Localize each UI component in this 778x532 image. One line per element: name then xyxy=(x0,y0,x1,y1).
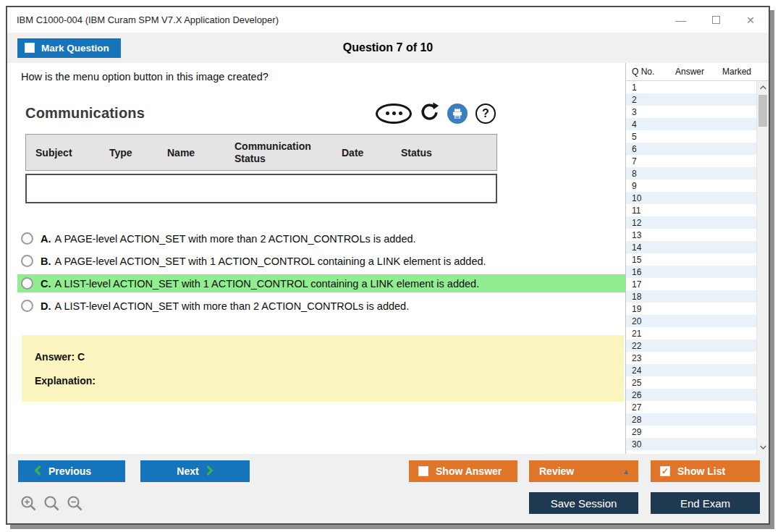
question-list-row[interactable]: 18 xyxy=(626,290,756,303)
option-d-text: A LIST-level ACTION_SET with more than 2… xyxy=(55,300,410,312)
scrollbar-thumb[interactable] xyxy=(758,95,767,127)
window-controls: — × xyxy=(673,12,769,28)
save-session-button[interactable]: Save Session xyxy=(529,492,638,514)
question-row-qno: 4 xyxy=(626,119,664,130)
question-list-row[interactable]: 15 xyxy=(626,253,756,266)
question-list-row[interactable]: 13 xyxy=(626,229,756,241)
question-list-row[interactable]: 3 xyxy=(626,106,756,118)
review-label: Review xyxy=(539,465,574,477)
option-a-radio[interactable] xyxy=(21,232,33,245)
question-row-qno: 7 xyxy=(626,156,664,166)
question-row-qno: 19 xyxy=(626,304,664,314)
question-list-row[interactable]: 26 xyxy=(626,389,756,401)
question-list-row[interactable]: 17 xyxy=(626,278,756,290)
question-row-qno: 22 xyxy=(626,341,664,351)
question-list-row[interactable]: 20 xyxy=(626,315,756,327)
show-answer-checkbox[interactable] xyxy=(418,466,428,476)
show-answer-label: Show Answer xyxy=(436,465,502,477)
option-d-radio[interactable] xyxy=(21,300,33,312)
question-list-row[interactable]: 1 xyxy=(626,81,756,93)
chevron-right-icon xyxy=(206,465,213,478)
question-header-band: Mark Question Question 7 of 10 xyxy=(7,33,769,63)
option-c-text: A LIST-level ACTION_SET with 1 ACTION_CO… xyxy=(55,278,480,290)
question-row-qno: 2 xyxy=(626,95,664,105)
mark-question-label: Mark Question xyxy=(41,43,109,54)
column-marked: Marked xyxy=(716,67,769,77)
option-b-radio[interactable] xyxy=(21,255,33,267)
minimize-icon[interactable]: — xyxy=(673,12,689,28)
explanation-line: Explanation: xyxy=(35,375,624,387)
mark-question-button[interactable]: Mark Question xyxy=(17,38,121,58)
question-list-row[interactable]: 5 xyxy=(626,130,756,143)
question-list-row[interactable]: 4 xyxy=(626,118,756,130)
question-list-row[interactable]: 6 xyxy=(626,143,756,155)
titlebar: IBM C1000-004 (IBM Curam SPM V7.X Applic… xyxy=(7,7,769,33)
question-list-row[interactable]: 27 xyxy=(626,401,756,413)
question-list-row[interactable]: 14 xyxy=(626,241,756,253)
exhibit-column-status: Status xyxy=(392,147,496,159)
question-row-qno: 11 xyxy=(626,206,664,216)
previous-button[interactable]: Previous xyxy=(18,460,125,482)
scroll-down-icon[interactable] xyxy=(757,442,769,453)
question-list-row[interactable]: 8 xyxy=(626,167,756,180)
question-row-qno: 28 xyxy=(626,415,664,425)
show-list-label: Show List xyxy=(677,465,725,477)
question-list-row[interactable]: 29 xyxy=(626,426,756,438)
close-icon[interactable]: × xyxy=(743,12,758,28)
option-d[interactable]: D. A LIST-level ACTION_SET with more tha… xyxy=(17,297,625,315)
scroll-up-icon[interactable] xyxy=(757,82,769,93)
question-list-panel: Q No. Answer Marked 12345678910111213141… xyxy=(625,63,769,454)
question-list-row[interactable]: 12 xyxy=(626,216,756,229)
question-list-row[interactable]: 16 xyxy=(626,266,756,278)
question-list-row[interactable]: 7 xyxy=(626,155,756,167)
question-list-row[interactable]: 21 xyxy=(626,327,756,339)
question-list-row[interactable]: 19 xyxy=(626,303,756,315)
question-list-row[interactable]: 22 xyxy=(626,339,756,352)
end-exam-button[interactable]: End Exam xyxy=(651,492,760,514)
scrollbar[interactable] xyxy=(756,81,769,454)
show-answer-button[interactable]: Show Answer xyxy=(409,460,517,482)
zoom-in-icon[interactable] xyxy=(20,495,37,512)
app-window: IBM C1000-004 (IBM Curam SPM V7.X Applic… xyxy=(6,6,770,525)
answer-line: Answer: C xyxy=(35,351,624,363)
maximize-icon[interactable] xyxy=(708,12,724,28)
zoom-out-icon[interactable] xyxy=(67,495,83,512)
next-button[interactable]: Next xyxy=(140,460,250,482)
option-a[interactable]: A. A PAGE-level ACTION_SET with more tha… xyxy=(17,229,625,248)
option-c[interactable]: C. A LIST-level ACTION_SET with 1 ACTION… xyxy=(17,274,625,292)
zoom-icon[interactable] xyxy=(43,495,60,512)
exhibit-column-subject: Subject xyxy=(26,147,100,159)
question-list-row[interactable]: 23 xyxy=(626,352,756,364)
option-c-radio[interactable] xyxy=(21,277,33,290)
question-list-row[interactable]: 30 xyxy=(626,438,756,450)
exhibit-table-header: Subject Type Name Communication Status D… xyxy=(25,134,497,171)
question-list-row[interactable]: 24 xyxy=(626,364,756,376)
footer-toolbar: Previous Next Show Answer Review ▲ Show … xyxy=(7,454,769,523)
previous-label: Previous xyxy=(48,465,91,477)
review-button[interactable]: Review ▲ xyxy=(529,460,638,482)
options-list: A. A PAGE-level ACTION_SET with more tha… xyxy=(17,229,625,315)
question-list-row[interactable]: 28 xyxy=(626,413,756,426)
question-list-row[interactable]: 9 xyxy=(626,180,756,192)
question-list-row[interactable]: 25 xyxy=(626,376,756,389)
option-b[interactable]: B. A PAGE-level ACTION_SET with 1 ACTION… xyxy=(17,252,625,270)
option-a-text: A PAGE-level ACTION_SET with more than 2… xyxy=(55,233,416,245)
question-row-qno: 27 xyxy=(626,402,664,413)
question-list-header: Q No. Answer Marked xyxy=(626,63,769,81)
question-list-row[interactable]: 10 xyxy=(626,192,756,204)
question-row-qno: 13 xyxy=(626,230,664,240)
option-b-text: A PAGE-level ACTION_SET with 1 ACTION_CO… xyxy=(55,256,486,267)
zoom-tools xyxy=(20,495,83,512)
question-row-qno: 25 xyxy=(626,378,664,388)
exhibit-empty-row xyxy=(25,174,497,203)
show-list-button[interactable]: Show List xyxy=(651,460,760,482)
mark-question-checkbox[interactable] xyxy=(25,43,35,53)
question-row-qno: 30 xyxy=(626,439,664,449)
main-area: How is the menu option button in this im… xyxy=(7,63,769,454)
show-list-checkbox[interactable] xyxy=(660,466,670,476)
exhibit-header: Communications xyxy=(25,102,497,124)
triangle-up-icon: ▲ xyxy=(622,468,630,476)
question-list-row[interactable]: 11 xyxy=(626,204,756,216)
question-row-qno: 16 xyxy=(626,267,664,277)
question-list-row[interactable]: 2 xyxy=(626,93,756,106)
